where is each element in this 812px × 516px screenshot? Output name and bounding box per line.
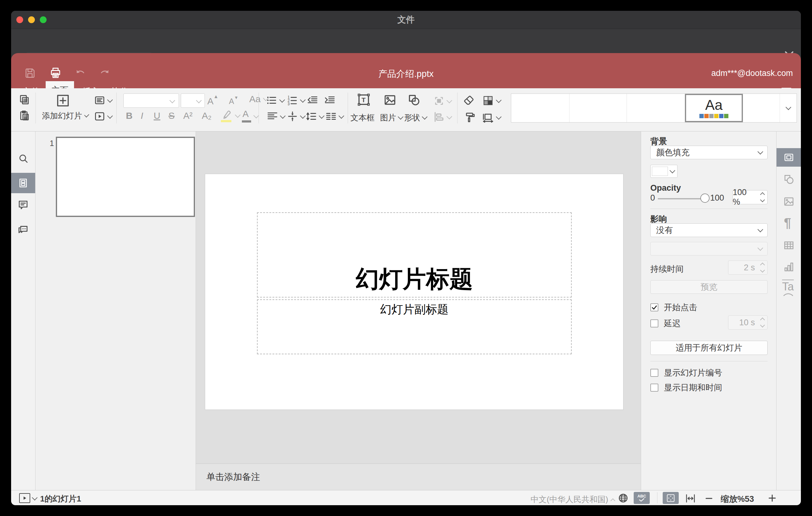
duration-value: 2 s [744,263,755,273]
theme-option-blank-1[interactable] [511,94,570,122]
bold-button[interactable]: B [126,111,133,121]
numbered-list-button[interactable]: 1 2 3 [287,94,305,106]
image-button[interactable]: 图片 [380,112,403,123]
line-spacing-button[interactable] [306,111,324,122]
preview-button[interactable]: 预览 [650,280,767,294]
font-size-select[interactable] [181,93,205,108]
align-objects-button[interactable] [433,111,451,123]
show-date-time-checkbox[interactable] [650,383,658,392]
account-email: adm***@dootask.com [711,68,793,78]
image-settings-icon[interactable] [783,196,795,207]
vertical-align-button[interactable] [287,111,305,122]
eraser-icon[interactable] [463,94,475,107]
subscript-button[interactable]: A₂ [202,111,212,121]
slide-layout-button[interactable] [94,94,112,106]
delay-input[interactable]: 10 s [728,315,767,329]
opacity-slider-knob[interactable] [700,194,709,203]
slide-page[interactable]: 幻灯片标题 幻灯片副标题 [205,174,624,410]
font-name-select[interactable] [123,93,179,108]
strikethrough-button[interactable]: S [169,111,175,121]
decrease-indent-icon[interactable] [307,94,318,106]
theme-option-blank-2[interactable] [570,94,627,122]
spellcheck-button[interactable]: ABC [634,492,650,504]
fill-type-select[interactable]: 颜色填充 [650,146,767,159]
slide-size-button[interactable] [482,111,501,123]
zoom-out-icon[interactable] [705,494,713,503]
theme-option-blank-4[interactable] [743,94,780,122]
slideshow-mode-chevron-icon[interactable] [32,495,37,500]
italic-button[interactable]: I [141,111,143,121]
sidebar-item-slides[interactable] [11,173,35,193]
effect-type-select[interactable] [650,242,767,256]
show-date-time-row[interactable]: 显示日期和时间 [650,382,722,393]
chat-icon[interactable] [17,224,29,235]
notes-area[interactable]: 单击添加备注 [196,463,641,490]
thumbnail-number: 1 [50,139,54,148]
textart-settings-icon[interactable]: Ta [782,280,794,296]
paragraph-settings-icon[interactable]: ¶ [784,216,791,230]
show-slide-number-checkbox[interactable] [650,369,658,377]
shape-settings-icon[interactable] [783,173,795,185]
line-spacing-icon [306,111,317,122]
arrange-shape-button[interactable] [433,95,451,107]
bullet-list-button[interactable] [266,94,284,106]
table-settings-icon[interactable] [783,239,795,251]
spinner-arrows-icon[interactable] [761,318,764,327]
theme-gallery-expand[interactable] [780,94,796,122]
opacity-min-label: 0 [650,193,655,203]
underline-button[interactable]: U [154,111,161,121]
search-icon[interactable] [18,153,29,164]
fill-color-picker[interactable] [650,165,677,178]
close-icon[interactable] [783,49,795,53]
start-slideshow-button[interactable] [19,493,30,503]
delay-checkbox[interactable] [650,319,658,327]
theme-option-blank-3[interactable] [627,94,685,122]
title-placeholder[interactable]: 幻灯片标题 [257,212,572,297]
image-icon[interactable] [383,93,397,107]
spinner-arrows-icon[interactable] [761,263,764,272]
spinner-arrows-icon[interactable] [761,193,764,202]
align-button[interactable] [266,111,285,122]
copy-icon[interactable] [19,94,30,106]
textbox-icon[interactable]: T [357,93,371,107]
fit-slide-button[interactable] [663,492,679,504]
add-slide-icon[interactable] [56,93,70,108]
effect-select[interactable]: 没有 [650,224,767,237]
paste-icon[interactable] [19,110,30,122]
language-selector[interactable]: 中文(中华人民共和国) [531,494,614,505]
zoom-in-icon[interactable] [767,493,777,503]
app-window: 文件 [11,11,801,505]
increase-indent-icon[interactable] [324,94,336,106]
fit-width-icon[interactable] [685,493,696,504]
shape-button[interactable]: 形状 [404,112,427,123]
start-on-click-checkbox[interactable] [650,304,658,311]
duration-input[interactable]: 2 s [728,260,767,275]
slide-thumbnail[interactable] [56,137,195,217]
theme-option-selected[interactable]: Aa [685,94,743,122]
highlight-color-button[interactable] [220,109,240,122]
shape-icon[interactable] [407,93,421,107]
opacity-value-input[interactable]: 100 % [732,190,767,204]
subtitle-placeholder[interactable]: 幻灯片副标题 [257,299,572,354]
opacity-slider-track[interactable] [658,198,705,199]
font-color-button[interactable]: A [242,110,258,122]
superscript-button[interactable]: A² [183,111,193,121]
slideshow-button[interactable] [94,111,112,122]
decrease-font-button[interactable]: A▼ [229,95,238,106]
chart-settings-icon[interactable] [783,261,795,273]
textbox-label[interactable]: 文本框 [350,112,375,123]
show-slide-number-row[interactable]: 显示幻灯片编号 [650,367,722,378]
add-slide-button[interactable]: 添加幻灯片 [42,111,88,121]
color-scheme-button[interactable] [482,94,501,107]
delay-value: 10 s [739,318,755,327]
columns-button[interactable] [325,111,343,122]
increase-font-button[interactable]: A▲ [207,94,219,107]
delay-row[interactable]: 延迟 [650,318,680,329]
start-on-click-row[interactable]: 开始点击 [650,302,697,313]
opacity-value: 100 % [733,188,755,207]
paint-roller-icon[interactable] [463,111,476,123]
panel-tab-slide-settings[interactable] [777,148,801,167]
apply-to-all-button[interactable]: 适用于所有幻灯片 [650,341,767,355]
comments-icon[interactable] [17,199,29,210]
globe-icon[interactable] [618,492,629,504]
